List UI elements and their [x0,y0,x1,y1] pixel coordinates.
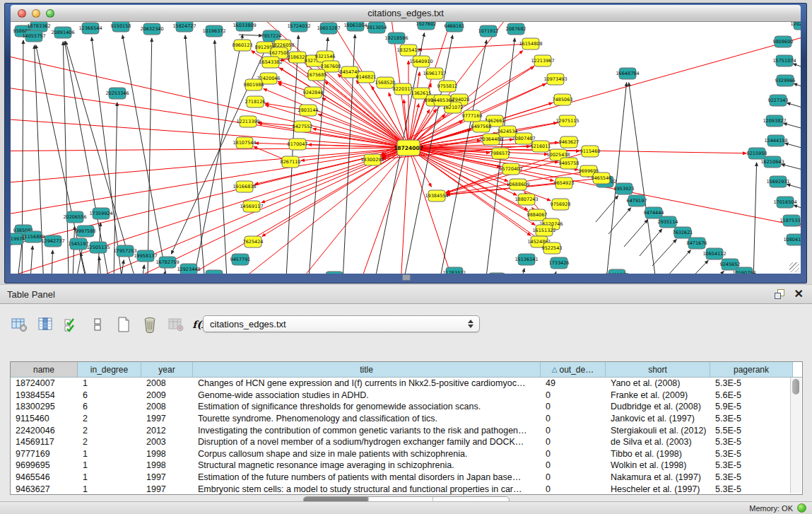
network-window-titlebar[interactable]: citations_edges.txt [11,5,801,22]
graph-node[interactable]: 20206556 [63,211,86,223]
graph-node[interactable]: 19958137 [134,250,157,262]
table-cell[interactable]: 5.6E-5 [710,390,793,400]
column-header-name[interactable]: name [11,362,78,377]
graph-node[interactable]: 9329966 [775,75,796,86]
graph-node[interactable]: 10688609 [506,179,529,190]
graph-node[interactable]: 12093827 [763,115,786,127]
graph-node[interactable]: 2718126 [245,96,266,107]
graph-node[interactable]: 12975115 [555,115,579,127]
close-panel-icon[interactable]: ✕ [794,288,804,300]
canvas-resize-grip-icon[interactable] [789,262,799,272]
graph-node[interactable]: 15136141 [514,254,538,265]
graph-node[interactable]: 2935114 [658,216,678,228]
column-header-outde[interactable]: △out_de… [541,362,606,377]
table-cell[interactable]: 18724007 [11,378,78,388]
graph-node[interactable]: 9654923 [554,177,575,189]
graph-node[interactable]: 15751074 [772,55,796,66]
table-cell[interactable]: Dudbridge et al. (2008) [606,402,710,411]
table-cell[interactable]: 2008 [141,402,193,411]
table-cell[interactable]: 1998 [141,449,193,459]
graph-node[interactable]: 7986572 [490,148,511,159]
column-header-indegree[interactable]: in_degree [78,362,141,377]
graph-node[interactable]: 14485364 [430,95,454,106]
graph-node[interactable]: 9242844 [303,87,324,98]
table-cell[interactable]: 1 [78,472,141,482]
graph-node[interactable]: 8953923 [614,183,635,194]
table-cell[interactable]: 0 [541,484,606,494]
graph-node[interactable]: 18724007 [394,140,423,156]
graph-node[interactable]: 15824727 [172,22,196,32]
delete-column-icon[interactable] [167,315,185,334]
graph-node[interactable]: 10411572 [605,269,628,274]
new-table-icon[interactable] [114,315,133,334]
table-cell[interactable]: Wolkin et al. (1998) [606,460,710,470]
graph-node[interactable]: 10653287 [317,23,340,34]
graph-node[interactable]: 9074494 [204,270,225,274]
table-cell[interactable]: 5.3E-5 [710,414,793,424]
table-settings-icon[interactable] [10,315,28,334]
table-cell[interactable]: Estimation of the future numbers of pati… [193,472,541,482]
graph-node[interactable]: 19384554 [425,190,448,201]
table-cell[interactable]: 2008 [141,378,193,388]
table-cell[interactable]: 1 [78,484,141,494]
select-columns-icon[interactable] [62,315,81,334]
table-cell[interactable]: 5.5E-5 [710,426,793,436]
graph-node[interactable]: 9463627 [559,136,579,148]
graph-node[interactable]: 9465546 [592,173,612,184]
graph-node[interactable]: 20253346 [105,88,129,99]
graph-node[interactable]: 9146821 [356,71,377,83]
table-cell[interactable]: Changes of HCN gene expression and I(f) … [193,378,541,388]
graph-node[interactable]: 12923448 [177,264,200,274]
graph-node[interactable]: 6216011 [531,141,551,152]
table-row[interactable]: 946362711997Embryonic stem cells: a mode… [11,483,802,494]
graph-node[interactable]: 17016504 [773,197,796,208]
graph-node[interactable]: 9522543 [542,243,563,254]
table-cell[interactable]: 2 [78,414,141,424]
table-cell[interactable]: 5.3E-5 [710,378,793,388]
graph-node[interactable]: 15720407 [499,163,522,175]
table-cell[interactable]: 2003 [141,437,193,447]
table-cell[interactable]: de Silva et al. (2003) [606,437,710,447]
graph-node[interactable]: 11283521 [442,267,466,274]
graph-node[interactable]: 12942737 [41,235,64,247]
graph-node[interactable]: 9227343 [768,95,789,106]
graph-node[interactable]: 12213399 [236,116,259,127]
column-header-pagerank[interactable]: pagerank [710,362,793,377]
graph-node[interactable]: 1527602 [416,22,437,30]
table-cell[interactable]: 0 [541,414,606,424]
table-row[interactable]: 969969511998Structural magnetic resonanc… [11,460,802,472]
table-cell[interactable]: Tibbo et al. (1998) [606,449,710,459]
graph-node[interactable]: 6497568 [471,121,492,132]
graph-node[interactable]: 8813054 [367,22,387,33]
graph-node[interactable]: 20632340 [140,23,163,35]
table-cell[interactable]: 9463627 [11,484,78,494]
table-cell[interactable]: Yano et al. (2008) [606,378,710,388]
table-cell[interactable]: 1 [78,449,141,459]
graph-node[interactable]: 18807243 [514,194,538,205]
graph-node[interactable]: 14055757 [22,30,45,42]
table-cell[interactable]: 5.3E-5 [710,449,793,459]
graph-node[interactable]: 9808600 [773,36,794,47]
network-canvas[interactable]: 1872400795868051878336214055757208914061… [11,22,801,274]
graph-node[interactable]: 10654112 [702,248,726,259]
graph-node[interactable]: 20891406 [51,27,74,38]
table-cell[interactable]: Corpus callosum shape and size in male p… [193,449,541,459]
table-cell[interactable]: 0 [541,460,606,470]
graph-node[interactable]: 9495758 [559,158,579,169]
column-chooser-icon[interactable] [36,315,54,334]
table-cell[interactable]: 2 [78,426,141,436]
table-cell[interactable]: 1997 [141,414,193,424]
graph-node[interactable]: 15692931 [766,176,789,187]
graph-node[interactable]: 9756928 [551,199,571,210]
graph-node[interactable]: 12213967 [531,55,554,66]
table-cell[interactable]: 0 [541,449,606,459]
table-row[interactable]: 1830029562008Estimation of significance … [11,401,802,413]
table-cell[interactable]: Tourette syndrome. Phenomenology and cla… [193,414,541,424]
graph-node[interactable]: 10973493 [543,74,567,85]
table-cell[interactable]: 9465546 [11,472,78,482]
table-select-dropdown[interactable]: citations_edges.txt [203,315,480,332]
column-header-year[interactable]: year [141,362,193,377]
graph-node[interactable]: 9457791 [230,254,251,265]
graph-node[interactable]: 8471676 [687,238,707,249]
table-cell[interactable]: 6 [78,402,141,411]
